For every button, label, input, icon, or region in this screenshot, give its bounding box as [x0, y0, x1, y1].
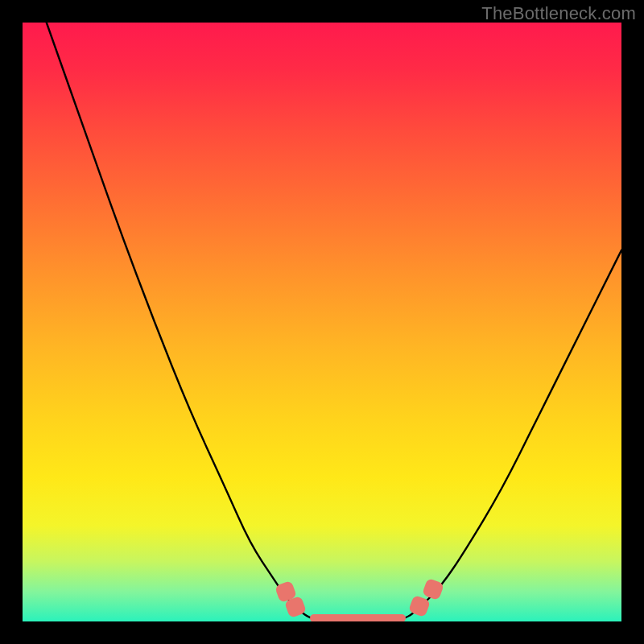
- watermark-text: TheBottleneck.com: [481, 3, 636, 24]
- chart-frame: TheBottleneck.com: [0, 0, 644, 644]
- bottleneck-curve: [23, 23, 621, 621]
- floor-bar: [310, 614, 406, 621]
- plot-area: [23, 23, 621, 621]
